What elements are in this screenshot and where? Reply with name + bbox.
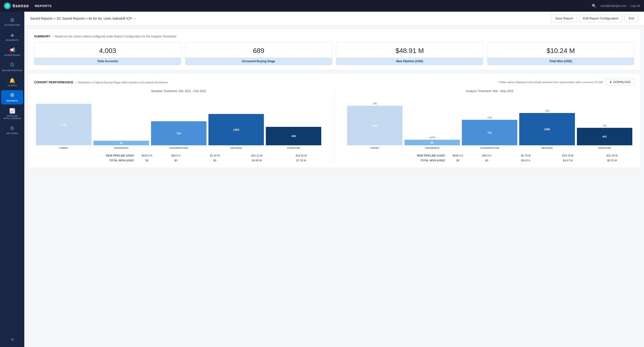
settings-icon: ⚙ (10, 125, 14, 131)
metric-cell: $4.80 M (235, 158, 279, 163)
metric-label: New Pipeline (USD) (336, 58, 483, 65)
bar-group: -1%441PURCHASE (577, 96, 632, 149)
metric-cell: $4.97 M (546, 158, 590, 163)
logo-icon (4, 2, 11, 9)
bar-value: 1085 (544, 128, 550, 131)
bar-change: -5% (372, 102, 377, 105)
summary-title: SUMMARY (34, 34, 50, 38)
baseline-title: Baseline Timeframe: Dec 2021 - Feb 2022 (34, 89, 324, 93)
svg-point-4 (12, 94, 13, 96)
collapse-icon: ⊖ (11, 337, 14, 342)
bar-bottom-label: PURCHASE (598, 147, 611, 149)
bar-group: +37%85AWARENESS (404, 96, 460, 149)
sidebar-item-collapse[interactable]: ⊖ (1, 335, 23, 344)
bar-bottom-label: DECISION (230, 147, 242, 149)
orchestration-icon (10, 62, 14, 68)
sidebar-item-label: ADVERTISING (4, 54, 20, 56)
metric-value: $10.24 M (488, 42, 634, 58)
cohort-title: COHORT PERFORMANCE (34, 80, 74, 84)
download-button[interactable]: ⬇ DOWNLOAD (606, 79, 634, 85)
bar-value: 62 (120, 142, 122, 145)
bar-bottom-label: PURCHASE (287, 147, 300, 149)
metrics-row: 4,003 Total Accounts 689 Increased Buyin… (34, 42, 634, 65)
sidebar-item-advertising[interactable]: 📢 ADVERTISING (1, 45, 23, 59)
metric-cell: $21.35 M (590, 153, 634, 158)
summary-section: SUMMARY — Based on the cohort criteria c… (28, 29, 640, 70)
cohort-subtitle: — Distribution of highest Buying Stage w… (74, 81, 168, 84)
bar-bottom-label: AWARENESS (114, 147, 128, 149)
bar-group: 1059DECISION (208, 96, 264, 149)
sidebar-item-segments[interactable]: ◈ SEGMENTS (1, 30, 23, 44)
top-nav: 6sense REPORTS 🔍 user@example.com Log ou… (0, 0, 644, 12)
bar-value: 85 (431, 141, 434, 144)
bar: 445 (266, 127, 321, 145)
bar-bottom-label: DECISION (542, 147, 553, 149)
user-email: user@example.com (600, 4, 626, 7)
metric-card: 689 Increased Buying Stage (185, 42, 332, 65)
bar-value: 1059 (233, 128, 239, 131)
metric-cell: $0 (468, 158, 506, 163)
sidebar-item-alerts[interactable]: 🔔 ALERTS (1, 75, 23, 89)
bar: 1723 (36, 104, 92, 145)
logout-button[interactable]: Log out (630, 4, 640, 7)
metric-cell: $16.12 M (235, 153, 279, 158)
analysis-title: Analysis Timeframe: Mar - May 2022 (345, 89, 634, 93)
metric-row-label: NEW PIPELINE (USD)* (34, 153, 137, 158)
search-icon[interactable]: 🔍 (592, 4, 596, 8)
sidebar-item-settings[interactable]: ⚙ SETTINGS (1, 123, 23, 137)
bar-bottom-label: CONSIDERATION (169, 147, 188, 149)
bar-group: +5%751CONSIDERATION (462, 96, 517, 149)
bar-group: +2%1085DECISION (519, 96, 575, 149)
sidebar-item-label: DASHBOARD (4, 24, 20, 26)
bar-value: 714 (176, 132, 181, 135)
save-report-button[interactable]: Save Report (551, 14, 577, 22)
metric-cell: $0 (156, 158, 195, 163)
cohort-title-group: COHORT PERFORMANCE — Distribution of hig… (34, 80, 498, 84)
baseline-bars: 1723TARGET62AWARENESS714CONSIDERATION105… (34, 96, 324, 149)
metric-row-label: TOTAL WON (USD)* (345, 158, 448, 163)
bar-bottom-label: AWARENESS (425, 147, 440, 149)
segments-icon: ◈ (10, 32, 14, 38)
sidebar-item-pipeline[interactable]: 📈 PIPELINE INTELLIGENCE (1, 105, 23, 122)
summary-header: SUMMARY — Based on the cohort criteria c… (34, 34, 634, 38)
table-row: TOTAL WON (USD)*$0$0$0$4.80 M$7.28 M (34, 158, 324, 163)
bar-bottom-label: CONSIDERATION (480, 147, 499, 149)
alerts-icon: 🔔 (9, 77, 15, 83)
pipeline-icon: 📈 (9, 108, 15, 114)
sidebar-item-orchestration[interactable]: ORCHESTRATION (1, 60, 23, 74)
download-icon: ⬇ (610, 80, 612, 84)
sidebar-item-label: ORCHESTRATION (2, 69, 22, 72)
advertising-icon: 📢 (9, 47, 15, 53)
bar: 62 (94, 141, 149, 145)
cohort-header: COHORT PERFORMANCE — Distribution of hig… (34, 79, 634, 85)
bar-group: 714CONSIDERATION (151, 96, 206, 149)
bar: 85 (404, 140, 460, 145)
metric-cell: $1.92 M (195, 153, 235, 158)
exit-button[interactable]: Exit (624, 14, 638, 22)
bar: 1059 (208, 114, 264, 145)
metric-cell: $5.25 M (590, 158, 634, 163)
bar: 1641 (347, 106, 402, 145)
chart-divider (334, 89, 334, 163)
bar-change: +5% (487, 116, 492, 119)
bar-group: -5%1641TARGET (347, 96, 402, 149)
metric-label: Increased Buying Stage (185, 58, 332, 65)
metric-cell: $0 (137, 158, 156, 163)
metric-row-label: NEW PIPELINE (USD)* (345, 153, 448, 158)
bar-value: 441 (602, 135, 607, 138)
cohort-note: * Dollar values displayed only include a… (498, 81, 603, 84)
bar-change: +37% (429, 136, 435, 139)
table-row: NEW PIPELINE (USD)*$580.0 K$40.0 K$2.78 … (345, 153, 634, 158)
metric-cell: $580.0 K (448, 153, 468, 158)
sidebar: ⊞ DASHBOARD ◈ SEGMENTS 📢 ADVERTISING ORC… (0, 12, 24, 347)
edit-report-config-button[interactable]: Edit Report Configuration (579, 14, 622, 22)
metric-row-label: TOTAL WON (USD)* (34, 158, 137, 163)
bar-change: +2% (544, 110, 550, 112)
sidebar-item-reports[interactable]: REPORTS (1, 90, 23, 104)
metric-card: $10.24 M Total Won (USD) (487, 42, 634, 65)
metric-cell: $40.0 K (468, 153, 506, 158)
dashboard-icon: ⊞ (10, 17, 14, 23)
download-label: DOWNLOAD (613, 80, 630, 84)
sidebar-item-dashboard[interactable]: ⊞ DASHBOARD (1, 14, 23, 29)
sidebar-item-label: REPORTS (6, 100, 18, 102)
